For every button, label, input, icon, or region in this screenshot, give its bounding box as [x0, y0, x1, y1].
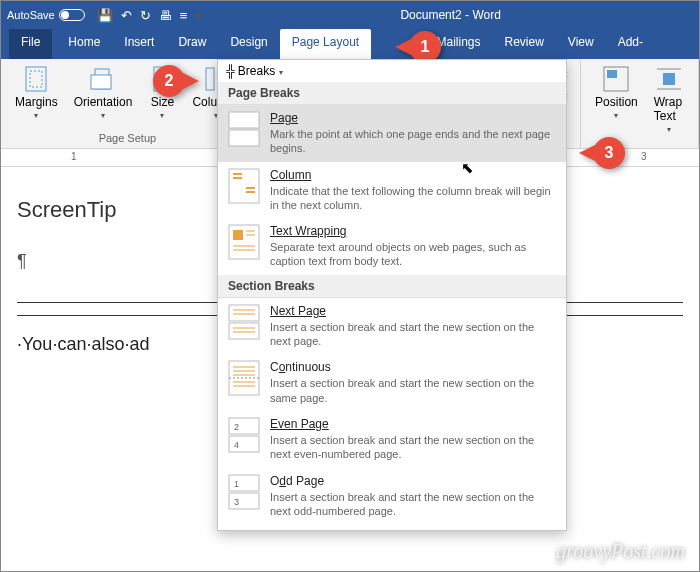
breaks-icon: ╬ [226, 64, 235, 78]
ribbon-tabs: File Home Insert Draw Design Page Layout… [1, 29, 699, 59]
svg-rect-8 [607, 70, 617, 78]
svg-rect-1 [30, 71, 42, 87]
menu-desc: Insert a section break and start the new… [270, 490, 556, 519]
section-breaks-header: Section Breaks [218, 275, 566, 298]
tab-review[interactable]: Review [493, 29, 556, 59]
svg-rect-25 [229, 305, 259, 321]
tab-page-layout[interactable]: Page Layout [280, 29, 371, 59]
autosave-label: AutoSave [7, 9, 55, 21]
svg-text:3: 3 [234, 497, 239, 507]
menu-title: Text Wrapping [270, 224, 346, 238]
menu-item-page[interactable]: Page Mark the point at which one page en… [218, 105, 566, 162]
menu-desc: Mark the point at which one page ends an… [270, 127, 556, 156]
menu-item-text-wrapping[interactable]: Text Wrapping Separate text around objec… [218, 218, 566, 275]
svg-text:1: 1 [234, 479, 239, 489]
column-break-icon [228, 168, 260, 204]
position-icon [602, 65, 630, 93]
spacing-icon[interactable]: ≡ [180, 8, 188, 23]
margins-button[interactable]: Margins▾ [9, 63, 64, 122]
qat-more-icon[interactable]: ▾ [195, 8, 202, 23]
breaks-menu: ╬ Breaks ▾ Page Breaks Page Mark the poi… [217, 59, 567, 531]
body-text-left: ·You·can·also·ad [17, 334, 149, 354]
menu-title: Continuous [270, 360, 331, 374]
odd-page-icon: 13 [228, 474, 260, 510]
orientation-label: Orientation [74, 95, 133, 109]
svg-rect-12 [229, 112, 259, 128]
margins-label: Margins [15, 95, 58, 109]
menu-item-even-page[interactable]: 24 Even Page Insert a section break and … [218, 411, 566, 468]
menu-item-next-page[interactable]: Next Page Insert a section break and sta… [218, 298, 566, 355]
svg-rect-20 [233, 230, 243, 240]
undo-icon[interactable]: ↶ [121, 8, 132, 23]
toggle-off-icon[interactable] [59, 9, 85, 21]
svg-text:2: 2 [234, 422, 239, 432]
menu-desc: Insert a section break and start the new… [270, 376, 556, 405]
tab-home[interactable]: Home [56, 29, 112, 59]
breaks-menu-button[interactable]: ╬ Breaks ▾ [218, 60, 566, 82]
tab-design[interactable]: Design [218, 29, 279, 59]
ruler-mark-1: 1 [71, 151, 77, 162]
menu-title: Column [270, 168, 311, 182]
callout-3: 3 [593, 137, 625, 169]
svg-rect-9 [663, 73, 675, 85]
orientation-icon [89, 65, 117, 93]
size-label: Size [151, 95, 174, 109]
svg-rect-5 [206, 68, 214, 90]
menu-item-column[interactable]: Column Indicate that the text following … [218, 162, 566, 219]
page-setup-buttons: Margins▾ Orientation▾ Size▾ Columns▾ [9, 63, 246, 122]
menu-title: Odd Page [270, 474, 324, 488]
svg-rect-3 [91, 75, 111, 89]
menu-title: Page [270, 111, 298, 125]
position-label: Position [595, 95, 638, 109]
tab-view[interactable]: View [556, 29, 606, 59]
menu-desc: Separate text around objects on web page… [270, 240, 556, 269]
page-setup-label: Page Setup [99, 132, 157, 144]
svg-rect-13 [229, 130, 259, 146]
ruler-mark-3: 3 [641, 151, 647, 162]
wrap-text-label: Wrap Text [654, 95, 684, 123]
menu-item-continuous[interactable]: Continuous Insert a section break and st… [218, 354, 566, 411]
print-icon[interactable]: 🖶 [159, 8, 172, 23]
cursor-icon: ⬉ [461, 159, 474, 177]
even-page-icon: 24 [228, 417, 260, 453]
position-button[interactable]: Position▾ [589, 63, 644, 136]
redo-icon[interactable]: ↻ [140, 8, 151, 23]
arrange-group: Position▾ Wrap Text▾ [580, 59, 699, 148]
watermark: groovyPost.com [556, 540, 685, 563]
tab-insert[interactable]: Insert [112, 29, 166, 59]
continuous-icon [228, 360, 260, 396]
wrap-text-icon [655, 65, 683, 93]
breaks-button-label: Breaks [238, 64, 275, 78]
next-page-icon [228, 304, 260, 340]
menu-desc: Indicate that the text following the col… [270, 184, 556, 213]
svg-text:4: 4 [234, 440, 239, 450]
menu-item-odd-page[interactable]: 13 Odd Page Insert a section break and s… [218, 468, 566, 525]
orientation-button[interactable]: Orientation▾ [68, 63, 139, 122]
menu-desc: Insert a section break and start the new… [270, 433, 556, 462]
callout-2: 2 [153, 65, 185, 97]
menu-title: Even Page [270, 417, 329, 431]
autosave-toggle[interactable]: AutoSave [7, 9, 85, 21]
tab-draw[interactable]: Draw [166, 29, 218, 59]
page-breaks-header: Page Breaks [218, 82, 566, 105]
menu-desc: Insert a section break and start the new… [270, 320, 556, 349]
svg-rect-28 [229, 323, 259, 339]
page-break-icon [228, 111, 260, 147]
document-title: Document2 - Word [208, 8, 693, 22]
text-wrapping-icon [228, 224, 260, 260]
save-icon[interactable]: 💾 [97, 8, 113, 23]
title-bar: AutoSave 💾 ↶ ↻ 🖶 ≡ ▾ Document2 - Word [1, 1, 699, 29]
tab-addins[interactable]: Add- [606, 29, 655, 59]
quick-access-toolbar: 💾 ↶ ↻ 🖶 ≡ ▾ [97, 8, 203, 23]
tab-file[interactable]: File [9, 29, 52, 59]
margins-icon [22, 65, 50, 93]
menu-title: Next Page [270, 304, 326, 318]
wrap-text-button[interactable]: Wrap Text▾ [648, 63, 690, 136]
